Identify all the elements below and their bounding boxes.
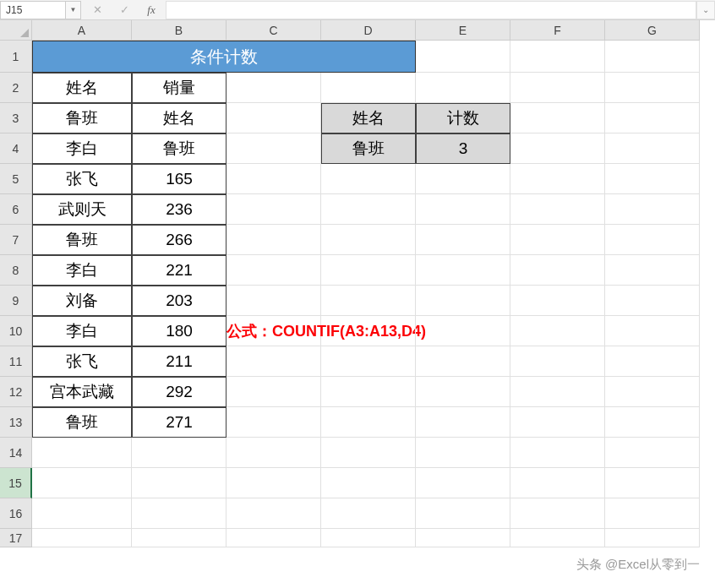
cell[interactable]: 张飞	[32, 164, 132, 194]
cell[interactable]	[321, 377, 416, 407]
cell[interactable]	[510, 407, 605, 438]
cell[interactable]	[321, 73, 416, 103]
cell[interactable]	[605, 529, 700, 547]
cell[interactable]: 292	[132, 377, 227, 407]
cell[interactable]	[227, 407, 321, 438]
cell[interactable]	[605, 255, 700, 286]
row-header-14[interactable]: 14	[0, 438, 32, 468]
row-header-2[interactable]: 2	[0, 73, 32, 103]
cell[interactable]	[605, 225, 700, 255]
cell[interactable]	[227, 438, 321, 468]
cell[interactable]	[416, 316, 510, 346]
cell[interactable]	[416, 346, 510, 377]
column-header-A[interactable]: A	[32, 20, 132, 41]
select-all-corner[interactable]	[0, 20, 32, 41]
cell[interactable]	[227, 133, 321, 164]
cell[interactable]	[321, 346, 416, 377]
cell[interactable]: 236	[132, 194, 227, 225]
cell[interactable]	[510, 41, 605, 73]
cell[interactable]	[416, 468, 510, 498]
cell[interactable]: 张飞	[32, 346, 132, 377]
cell[interactable]	[227, 529, 321, 547]
cell[interactable]	[321, 286, 416, 316]
row-header-11[interactable]: 11	[0, 346, 32, 377]
name-box[interactable]: J15	[0, 1, 66, 19]
cell[interactable]: 姓名	[321, 103, 416, 133]
fx-icon[interactable]: fx	[140, 1, 162, 19]
name-box-dropdown[interactable]: ▼	[66, 1, 81, 19]
cell[interactable]	[605, 164, 700, 194]
cell[interactable]	[416, 438, 510, 468]
cell[interactable]: 计数	[416, 103, 510, 133]
cell-area[interactable]: 条件计数姓名销量鲁班姓名姓名计数李白鲁班鲁班3张飞165武则天236鲁班266李…	[32, 41, 700, 547]
cell[interactable]	[227, 498, 321, 529]
cell[interactable]	[510, 73, 605, 103]
title-cell[interactable]: 条件计数	[32, 41, 416, 73]
cell[interactable]	[32, 468, 132, 498]
cell[interactable]: 鲁班	[32, 225, 132, 255]
cell[interactable]: 鲁班	[32, 103, 132, 133]
cell[interactable]: 鲁班	[32, 407, 132, 438]
cell[interactable]	[605, 346, 700, 377]
cell[interactable]: 221	[132, 255, 227, 286]
cell[interactable]	[510, 194, 605, 225]
cell[interactable]	[321, 255, 416, 286]
cell[interactable]	[510, 346, 605, 377]
cell[interactable]	[321, 194, 416, 225]
column-header-G[interactable]: G	[605, 20, 700, 41]
cell[interactable]	[132, 468, 227, 498]
cell[interactable]	[132, 529, 227, 547]
cell[interactable]: 3	[416, 133, 510, 164]
cell[interactable]: 宫本武藏	[32, 377, 132, 407]
cell[interactable]	[416, 286, 510, 316]
cell[interactable]	[510, 529, 605, 547]
row-header-10[interactable]: 10	[0, 316, 32, 346]
row-header-6[interactable]: 6	[0, 194, 32, 225]
cell[interactable]	[510, 133, 605, 164]
row-header-3[interactable]: 3	[0, 103, 32, 133]
row-header-1[interactable]: 1	[0, 41, 32, 73]
cell[interactable]	[510, 498, 605, 529]
row-header-13[interactable]: 13	[0, 407, 32, 438]
cell[interactable]: 武则天	[32, 194, 132, 225]
cell[interactable]: 李白	[32, 133, 132, 164]
column-header-F[interactable]: F	[510, 20, 605, 41]
cell[interactable]	[605, 438, 700, 468]
row-header-7[interactable]: 7	[0, 225, 32, 255]
cell[interactable]	[605, 286, 700, 316]
cell[interactable]	[416, 255, 510, 286]
cell[interactable]	[132, 498, 227, 529]
row-header-9[interactable]: 9	[0, 286, 32, 316]
cell[interactable]	[227, 194, 321, 225]
cell[interactable]	[416, 225, 510, 255]
cell[interactable]: 271	[132, 407, 227, 438]
cell[interactable]	[416, 41, 510, 73]
column-header-E[interactable]: E	[416, 20, 510, 41]
row-header-17[interactable]: 17	[0, 529, 32, 547]
row-header-16[interactable]: 16	[0, 498, 32, 529]
cell[interactable]	[605, 41, 700, 73]
row-header-4[interactable]: 4	[0, 133, 32, 164]
cell[interactable]	[510, 164, 605, 194]
cell[interactable]	[416, 164, 510, 194]
cell[interactable]	[416, 407, 510, 438]
row-header-5[interactable]: 5	[0, 164, 32, 194]
cell[interactable]	[510, 225, 605, 255]
cell[interactable]	[227, 103, 321, 133]
cell[interactable]	[510, 255, 605, 286]
cell[interactable]	[227, 255, 321, 286]
cell[interactable]	[321, 164, 416, 194]
cell[interactable]	[321, 438, 416, 468]
row-header-12[interactable]: 12	[0, 377, 32, 407]
cell[interactable]: 刘备	[32, 286, 132, 316]
formula-input[interactable]	[166, 1, 696, 19]
column-header-B[interactable]: B	[132, 20, 227, 41]
cell[interactable]	[321, 316, 416, 346]
cell[interactable]	[510, 468, 605, 498]
row-header-15[interactable]: 15	[0, 468, 32, 498]
row-header-8[interactable]: 8	[0, 255, 32, 286]
cell[interactable]	[321, 529, 416, 547]
cell[interactable]	[605, 194, 700, 225]
column-header-D[interactable]: D	[321, 20, 416, 41]
cell[interactable]	[227, 73, 321, 103]
